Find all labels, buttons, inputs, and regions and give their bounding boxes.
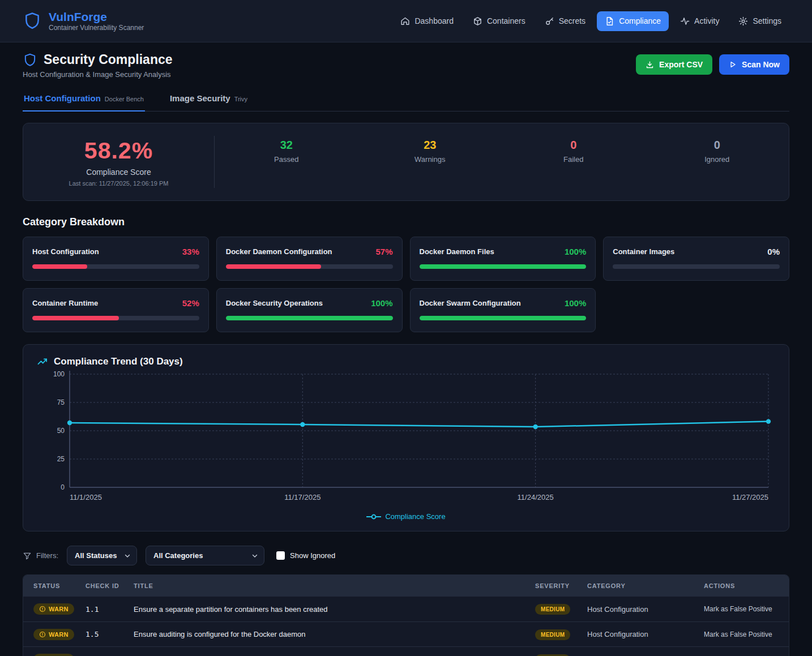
download-icon [646, 61, 654, 69]
home-icon [400, 16, 410, 26]
status-filter-wrap: All Statuses [67, 546, 137, 565]
check-title: Ensure a separate partition for containe… [134, 605, 535, 614]
col-title: TITLE [134, 575, 535, 597]
col-actions: ACTIONS [704, 575, 789, 597]
col-status: STATUS [23, 575, 86, 597]
category-percent: 100% [565, 247, 586, 256]
tab-badge: Docker Bench [105, 96, 144, 102]
show-ignored-toggle[interactable]: Show Ignored [276, 551, 335, 560]
passed-count: 32 Passed [215, 139, 358, 200]
export-csv-button[interactable]: Export CSV [636, 54, 712, 75]
progress-track [420, 316, 587, 320]
nav-items: Dashboard Containers Secrets Compliance … [392, 11, 789, 31]
nav-item-compliance[interactable]: Compliance [597, 11, 669, 31]
category-name: Docker Security Operations [226, 299, 323, 307]
filters-label-text: Filters: [36, 551, 58, 560]
table-header-row: STATUS CHECK ID TITLE SEVERITY CATEGORY … [23, 575, 789, 597]
show-ignored-label: Show Ignored [290, 551, 335, 560]
scan-now-button[interactable]: Scan Now [719, 54, 789, 75]
severity-badge: MEDIUM [535, 654, 570, 656]
svg-text:11/1/2025: 11/1/2025 [70, 493, 102, 501]
shield-icon [23, 53, 37, 67]
cube-icon [473, 16, 482, 26]
table-row: WARN 1.1 Ensure a separate partition for… [23, 597, 789, 621]
category-filter-select[interactable]: All Categories [146, 546, 264, 565]
category-name: Container Runtime [32, 299, 98, 307]
progress-track [226, 264, 393, 269]
mark-false-positive-link[interactable]: Mark as False Positive [704, 605, 789, 613]
category-percent: 57% [375, 247, 392, 256]
svg-text:100: 100 [53, 370, 65, 378]
app-tagline: Container Vulnerability Scanner [49, 24, 144, 32]
category-name: Docker Daemon Configuration [226, 247, 332, 256]
nav-item-activity[interactable]: Activity [672, 11, 727, 31]
nav-label: Dashboard [414, 16, 454, 25]
category-name: Docker Swarm Configuration [420, 299, 521, 307]
table-row: WARN 1.5 Ensure auditing is configured f… [23, 621, 789, 646]
chart-legend[interactable]: Compliance Score [37, 512, 775, 523]
tab-badge: Trivy [234, 96, 247, 102]
col-category: CATEGORY [587, 575, 704, 597]
activity-icon [680, 16, 690, 26]
compliance-trend-panel: Compliance Trend (30 Days) 025507510011/… [23, 344, 789, 531]
status-text: WARN [49, 606, 69, 612]
app-name: VulnForge [49, 10, 144, 24]
severity-badge: MEDIUM [535, 604, 570, 615]
show-ignored-checkbox[interactable] [276, 551, 285, 560]
nav-label: Containers [487, 16, 525, 25]
legend-label: Compliance Score [385, 512, 445, 521]
brand: VulnForge Container Vulnerability Scanne… [23, 10, 144, 32]
warnings-label: Warnings [358, 155, 502, 164]
category-card: Docker Daemon Files 100% [410, 237, 596, 281]
warnings-value: 23 [358, 139, 502, 152]
progress-track [32, 264, 199, 269]
category-card: Host Configuration 33% [23, 237, 209, 281]
warnings-count: 23 Warnings [358, 139, 502, 200]
category-card: Docker Daemon Configuration 57% [216, 237, 403, 281]
category-percent: 52% [182, 298, 199, 308]
page-subtitle: Host Configuration & Image Security Anal… [23, 70, 173, 79]
failed-count: 0 Failed [502, 139, 646, 200]
svg-text:11/24/2025: 11/24/2025 [518, 493, 554, 501]
summary-panel: 58.2% Compliance Score Last scan: 11/27/… [23, 123, 789, 201]
progress-fill [226, 264, 321, 269]
last-scan-text: Last scan: 11/27/2025, 12:06:19 PM [69, 180, 169, 187]
category-name: Host Configuration [32, 247, 99, 256]
severity-badge: MEDIUM [535, 629, 570, 640]
nav-item-dashboard[interactable]: Dashboard [392, 11, 461, 31]
filter-funnel-icon [23, 551, 32, 560]
progress-fill [32, 264, 87, 269]
nav-item-settings[interactable]: Settings [730, 11, 789, 31]
tab-image-security[interactable]: Image Security Trivy [169, 91, 249, 111]
check-category: Host Configuration [587, 630, 704, 638]
page-header: Security Compliance Host Configuration &… [23, 52, 789, 79]
status-filter-select[interactable]: All Statuses [67, 546, 137, 565]
category-percent: 100% [371, 298, 392, 308]
mark-false-positive-link[interactable]: Mark as False Positive [704, 631, 789, 638]
col-check-id: CHECK ID [86, 575, 134, 597]
status-badge: WARN [33, 654, 74, 656]
failed-value: 0 [502, 139, 646, 152]
scan-now-label: Scan Now [742, 60, 780, 69]
category-filter-wrap: All Categories [146, 546, 264, 565]
compliance-score-value: 58.2% [84, 138, 153, 164]
check-id: 1.5 [86, 630, 134, 638]
status-badge: WARN [33, 629, 74, 640]
ignored-value: 0 [646, 139, 789, 152]
progress-track [420, 264, 587, 269]
compliance-score-label: Compliance Score [86, 168, 151, 177]
category-name: Docker Daemon Files [420, 247, 494, 256]
checks-table: STATUS CHECK ID TITLE SEVERITY CATEGORY … [23, 574, 789, 656]
alert-circle-icon [39, 606, 46, 612]
category-card: Docker Security Operations 100% [216, 288, 403, 332]
severity-text: MEDIUM [541, 606, 565, 612]
tab-label: Host Configuration [24, 93, 101, 103]
progress-track [32, 316, 199, 320]
nav-item-secrets[interactable]: Secrets [537, 11, 593, 31]
top-navbar: VulnForge Container Vulnerability Scanne… [0, 0, 812, 42]
tab-host-configuration[interactable]: Host Configuration Docker Bench [23, 91, 145, 112]
nav-item-containers[interactable]: Containers [465, 11, 533, 31]
svg-text:11/27/2025: 11/27/2025 [732, 493, 768, 501]
alert-circle-icon [39, 631, 46, 638]
play-icon [729, 61, 737, 68]
